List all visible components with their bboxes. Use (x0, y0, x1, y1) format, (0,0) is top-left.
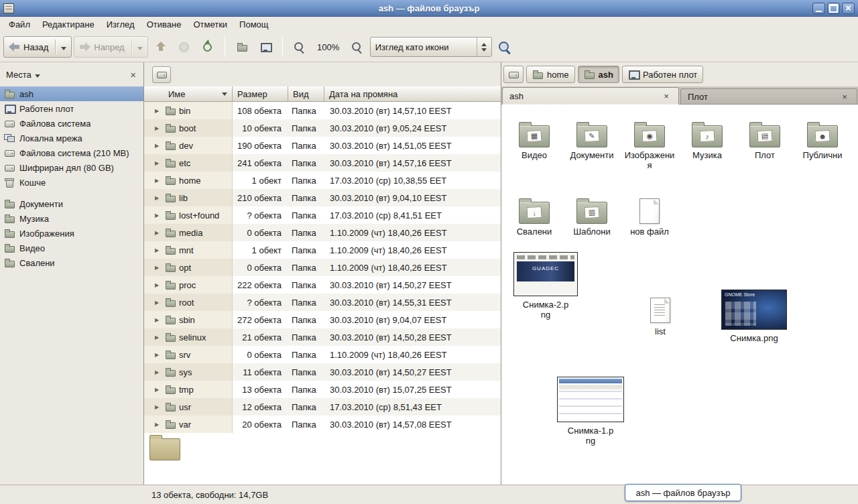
menu-item[interactable]: Помощ (233, 17, 274, 32)
pathbar-button[interactable]: Работен плот (622, 66, 703, 83)
close-button[interactable] (842, 3, 855, 14)
table-row[interactable]: ▶ home 1 обект Папка 17.03.2010 (ср) 10,… (144, 172, 501, 189)
minimize-button[interactable] (812, 3, 825, 14)
expander-icon[interactable]: ▶ (152, 212, 162, 218)
sidebar-close-button[interactable]: × (129, 70, 137, 80)
column-header[interactable]: Име (144, 86, 233, 101)
taskbar-window-label[interactable]: ash — файлов браузър (625, 484, 741, 501)
table-row[interactable]: ▶ proc 222 обекта Папка 30.03.2010 (вт) … (144, 276, 501, 294)
table-row[interactable]: ▶ selinux 21 обекта Папка 30.03.2010 (вт… (144, 328, 501, 346)
expander-icon[interactable]: ▶ (152, 422, 162, 428)
column-header[interactable]: Размер (233, 86, 288, 101)
icon-view-item[interactable]: Документи (563, 113, 621, 189)
table-row[interactable]: ▶ tmp 13 обекта Папка 30.03.2010 (вт) 15… (144, 381, 501, 398)
table-row[interactable]: ▶ media 0 обекта Папка 1.10.2009 (чт) 18… (144, 224, 501, 241)
expander-icon[interactable]: ▶ (152, 143, 162, 149)
expander-icon[interactable]: ▶ (152, 265, 162, 271)
table-row[interactable]: ▶ lost+found ? обекта Папка 17.03.2010 (… (144, 206, 501, 224)
home-button[interactable] (231, 36, 253, 58)
back-button[interactable]: Назад (3, 36, 72, 58)
expander-icon[interactable]: ▶ (152, 160, 162, 166)
icon-view-item[interactable]: Музика (678, 113, 736, 189)
view-mode-select[interactable]: Изглед като икони (370, 37, 492, 57)
sidebar-item[interactable]: Кошче (0, 175, 143, 190)
expander-icon[interactable]: ▶ (152, 404, 162, 410)
expander-icon[interactable]: ▶ (152, 178, 162, 184)
menu-item[interactable]: Отметки (187, 17, 233, 32)
expander-icon[interactable]: ▶ (152, 230, 162, 236)
expander-icon[interactable]: ▶ (152, 282, 162, 288)
icon-view[interactable]: Видео Документи (501, 105, 858, 485)
root-crumb-button[interactable] (503, 66, 524, 83)
expander-icon[interactable]: ▶ (152, 125, 162, 131)
zoom-out-button[interactable] (289, 36, 310, 58)
expander-icon[interactable]: ▶ (152, 195, 162, 201)
tab-close-button[interactable]: × (839, 91, 850, 102)
expander-icon[interactable]: ▶ (152, 387, 162, 393)
sidebar-item[interactable]: Музика (0, 211, 143, 226)
table-row[interactable]: ▶ bin 108 обекта Папка 30.03.2010 (вт) 1… (144, 102, 501, 119)
maximize-button[interactable] (827, 3, 840, 14)
expander-icon[interactable]: ▶ (152, 247, 162, 253)
table-row[interactable]: ▶ mnt 1 обект Папка 1.10.2009 (чт) 18,40… (144, 241, 501, 259)
titlebar[interactable]: ash — файлов браузър (0, 0, 858, 17)
icon-view-item[interactable]: GNOME Store GNOME Store Снимка.png (717, 290, 792, 344)
icon-view-item[interactable]: Снимка-1.png (554, 377, 627, 446)
icon-view-item[interactable]: Плот (736, 113, 794, 189)
sidebar-item[interactable]: Видео (0, 241, 143, 255)
zoom-in-button[interactable] (347, 36, 368, 58)
pathbar-button[interactable]: home (526, 66, 575, 83)
table-row[interactable]: ▶ lib 210 обекта Папка 30.03.2010 (вт) 9… (144, 189, 501, 206)
tab-close-button[interactable]: × (661, 90, 672, 101)
icon-view-item[interactable]: Изображения (621, 113, 678, 189)
expander-icon[interactable]: ▶ (152, 352, 162, 358)
menu-item[interactable]: Отиване (141, 17, 188, 32)
search-button[interactable] (494, 36, 515, 58)
table-row[interactable]: ▶ boot 10 обекта Папка 30.03.2010 (вт) 9… (144, 119, 501, 137)
expander-icon[interactable]: ▶ (152, 317, 162, 323)
expander-icon[interactable]: ▶ (152, 369, 162, 375)
column-header[interactable]: Дата на промяна (324, 86, 501, 101)
table-row[interactable]: ▶ var 20 обекта Папка 30.03.2010 (вт) 14… (144, 416, 501, 433)
icon-view-item[interactable]: Видео (505, 113, 563, 189)
sidebar-item[interactable]: Работен плот (0, 101, 143, 116)
sidebar-item[interactable]: Локална мрежа (0, 131, 143, 145)
table-row[interactable]: ▶ opt 0 обекта Папка 1.10.2009 (чт) 18,4… (144, 259, 501, 276)
sidebar-item[interactable]: Изображения (0, 226, 143, 241)
table-row[interactable]: ▶ usr 12 обекта Папка 17.03.2010 (ср) 8,… (144, 398, 501, 416)
back-history-dropdown-icon[interactable] (61, 47, 66, 50)
expander-icon[interactable]: ▶ (152, 300, 162, 306)
sidebar-item[interactable]: Файлова система (0, 116, 143, 131)
table-row[interactable]: ▶ sys 11 обекта Папка 30.03.2010 (вт) 14… (144, 363, 501, 381)
sidebar-item[interactable]: ash (0, 86, 143, 101)
reload-button[interactable] (197, 36, 219, 58)
spinner-arrows-icon[interactable] (477, 38, 487, 56)
tab[interactable]: ash × (502, 87, 679, 105)
column-header[interactable]: Вид (288, 86, 324, 101)
sidebar-item[interactable]: Шифриран дял (80 GB) (0, 160, 143, 175)
forward-button[interactable]: Напред (74, 36, 147, 58)
chevron-down-icon[interactable] (35, 74, 40, 78)
computer-button[interactable] (255, 36, 276, 58)
pathbar-button[interactable]: ash (578, 66, 619, 83)
sidebar-item[interactable]: Файлова система (210 MB) (0, 145, 143, 160)
menu-item[interactable]: Изглед (101, 17, 141, 32)
table-row[interactable]: ▶ root ? обекта Папка 30.03.2010 (вт) 14… (144, 294, 501, 311)
icon-view-item[interactable]: list (631, 298, 689, 337)
stop-button[interactable] (174, 36, 195, 58)
icon-view-item[interactable]: GUADEC GUADEC Снимка-2.png (511, 252, 580, 320)
icon-view-item[interactable]: нов файл (621, 189, 678, 265)
table-row[interactable]: ▶ sbin 272 обекта Папка 30.03.2010 (вт) … (144, 311, 501, 328)
table-row[interactable]: ▶ etc 241 обекта Папка 30.03.2010 (вт) 1… (144, 154, 501, 172)
expander-icon[interactable]: ▶ (152, 108, 162, 114)
expander-icon[interactable]: ▶ (152, 334, 162, 340)
table-row[interactable]: ▶ srv 0 обекта Папка 1.10.2009 (чт) 18,4… (144, 346, 501, 363)
root-location-button[interactable] (152, 66, 171, 83)
menu-item[interactable]: Редактиране (36, 17, 101, 32)
sidebar-item[interactable]: Документи (0, 196, 143, 211)
menu-item[interactable]: Файл (3, 17, 36, 32)
up-button[interactable] (150, 36, 172, 58)
tab[interactable]: Плот × (680, 88, 857, 104)
table-row[interactable]: ▶ dev 190 обекта Папка 30.03.2010 (вт) 1… (144, 137, 501, 154)
icon-view-item[interactable]: Публични (794, 113, 851, 189)
